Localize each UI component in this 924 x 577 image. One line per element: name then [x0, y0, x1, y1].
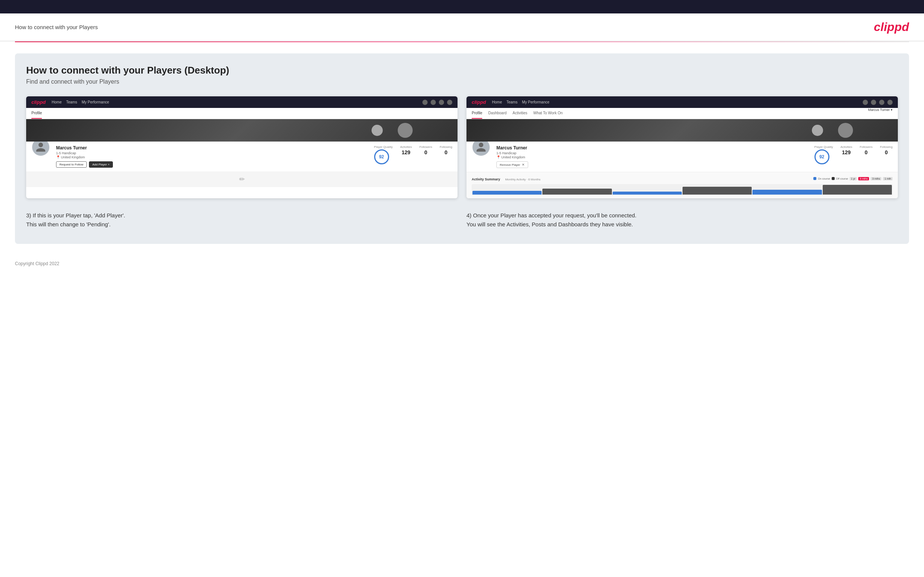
right-globe-icon[interactable]	[887, 100, 893, 105]
left-navbar: clippd Home Teams My Performance	[26, 96, 457, 108]
right-following-label: Following	[880, 145, 893, 148]
page-heading: How to connect with your Players (Deskto…	[26, 64, 898, 76]
search-icon[interactable]	[422, 100, 428, 105]
descriptions-row: 3) If this is your Player tap, 'Add Play…	[26, 207, 898, 233]
edit-icon-area: ✏	[26, 171, 457, 187]
left-nav-home[interactable]: Home	[52, 100, 62, 104]
tab-activities[interactable]: Activities	[512, 108, 527, 119]
right-nav-items: Home Teams My Performance	[492, 100, 857, 104]
right-nav-myperformance[interactable]: My Performance	[522, 100, 549, 104]
left-player-name: Marcus Turner	[56, 145, 368, 150]
time-btn-1yr[interactable]: 1 yr	[850, 177, 857, 181]
left-action-buttons: Request to Follow Add Player +	[56, 161, 368, 168]
chart-bar-5	[753, 190, 822, 195]
tab-profile-right[interactable]: Profile	[472, 108, 482, 119]
chart-bar-1	[472, 191, 542, 195]
left-nav-icons	[422, 100, 452, 105]
page-subheading: Find and connect with your Players	[26, 79, 898, 85]
request-to-follow-button[interactable]: Request to Follow	[56, 161, 87, 168]
right-navbar: clippd Home Teams My Performance	[467, 96, 898, 108]
tab-profile-left[interactable]: Profile	[31, 108, 42, 119]
chart-bar-6	[823, 185, 892, 195]
top-bar	[0, 0, 924, 13]
right-followers-value: 0	[860, 149, 872, 155]
right-stats: Player Quality 92 Activities 129 Followe…	[814, 145, 893, 164]
settings-icon[interactable]	[439, 100, 444, 105]
left-nav-myperformance[interactable]: My Performance	[81, 100, 109, 104]
left-followers-label: Followers	[419, 145, 432, 148]
globe-icon[interactable]	[447, 100, 452, 105]
off-course-label: Off course	[836, 177, 848, 180]
chart-bar-2	[542, 189, 612, 195]
left-nav-items: Home Teams My Performance	[52, 100, 417, 104]
right-banner-circle-small	[812, 125, 823, 136]
left-banner-circle-small	[372, 125, 383, 136]
left-activities-label: Activities	[400, 145, 412, 148]
left-stat-quality: Player Quality 92	[374, 145, 393, 164]
left-following-value: 0	[439, 149, 452, 155]
right-quality-label: Player Quality	[814, 145, 833, 148]
right-player-location: 📍 United Kingdom	[496, 155, 809, 159]
tab-dashboard[interactable]: Dashboard	[488, 108, 506, 119]
user-icon[interactable]	[431, 100, 436, 105]
right-user-icon[interactable]	[871, 100, 876, 105]
off-course-dot	[832, 177, 835, 180]
description-right-text: 4) Once your Player has accepted your re…	[467, 211, 898, 229]
right-nav-teams[interactable]: Teams	[506, 100, 517, 104]
right-stat-activities: Activities 129	[840, 145, 852, 155]
player-dropdown[interactable]: Marcus Turner ▾	[868, 108, 893, 119]
description-left: 3) If this is your Player tap, 'Add Play…	[26, 207, 457, 233]
right-nav-icons	[863, 100, 893, 105]
clippd-logo: clippd	[874, 20, 909, 34]
right-location-pin-icon: 📍	[496, 155, 501, 159]
left-stat-activities: Activities 129	[400, 145, 412, 155]
activity-summary-header: Activity Summary Monthly Activity · 6 Mo…	[472, 175, 893, 182]
main-content: How to connect with your Players (Deskto…	[15, 53, 909, 244]
left-nav-teams[interactable]: Teams	[66, 100, 77, 104]
description-right: 4) Once your Player has accepted your re…	[467, 207, 898, 233]
left-followers-value: 0	[419, 149, 432, 155]
activity-controls: On course Off course 1 yr 6 mths 3 mths …	[813, 177, 893, 181]
remove-player-button[interactable]: Remove Player ✕	[496, 161, 528, 168]
time-btn-3mths[interactable]: 3 mths	[871, 177, 881, 181]
right-player-name: Marcus Turner	[496, 145, 809, 150]
remove-player-x-icon: ✕	[522, 163, 525, 166]
right-search-icon[interactable]	[863, 100, 868, 105]
right-following-value: 0	[880, 149, 893, 155]
chart-bar-3	[613, 192, 682, 195]
right-stat-quality: Player Quality 92	[814, 145, 833, 164]
monthly-activity-label: Monthly Activity · 6 Months	[505, 178, 541, 181]
right-activities-label: Activities	[840, 145, 852, 148]
right-nav-home[interactable]: Home	[492, 100, 502, 104]
right-profile-info: Marcus Turner 1-5 Handicap 📍 United King…	[496, 145, 809, 168]
tab-what-to-work-on[interactable]: What To Work On	[533, 108, 563, 119]
left-profile-section: Marcus Turner 1-5 Handicap 📍 United King…	[26, 142, 457, 171]
left-stats: Player Quality 92 Activities 129 Followe…	[374, 145, 452, 164]
add-player-button[interactable]: Add Player +	[89, 161, 113, 168]
time-btn-1mth[interactable]: 1 mth	[883, 177, 893, 181]
time-btn-6mths[interactable]: 6 mths	[858, 177, 869, 181]
chart-bar-4	[683, 187, 752, 195]
left-quality-value: 92	[374, 149, 389, 164]
left-stat-following: Following 0	[439, 145, 452, 155]
description-left-text: 3) If this is your Player tap, 'Add Play…	[26, 211, 457, 229]
left-activities-value: 129	[400, 149, 412, 155]
left-profile-info: Marcus Turner 1-5 Handicap 📍 United King…	[56, 145, 368, 168]
left-nav-logo: clippd	[31, 99, 45, 105]
remove-player-container: Remove Player ✕	[496, 159, 809, 168]
screenshots-row: clippd Home Teams My Performance Profile	[26, 96, 898, 198]
left-tab-bar: Profile	[26, 108, 457, 119]
left-player-handicap: 1-5 Handicap	[56, 151, 368, 155]
screenshot-left: clippd Home Teams My Performance Profile	[26, 96, 457, 198]
on-course-dot	[813, 177, 816, 180]
right-banner	[467, 119, 898, 142]
copyright-text: Copyright Clippd 2022	[15, 261, 60, 266]
footer: Copyright Clippd 2022	[0, 255, 924, 272]
right-tab-bar: Profile Dashboard Activities What To Wor…	[467, 108, 898, 119]
header: How to connect with your Players clippd	[0, 13, 924, 42]
right-stat-followers: Followers 0	[860, 145, 872, 155]
right-stat-following: Following 0	[880, 145, 893, 155]
right-settings-icon[interactable]	[879, 100, 884, 105]
activity-chart	[472, 184, 893, 195]
right-profile-section: Marcus Turner 1-5 Handicap 📍 United King…	[467, 142, 898, 172]
